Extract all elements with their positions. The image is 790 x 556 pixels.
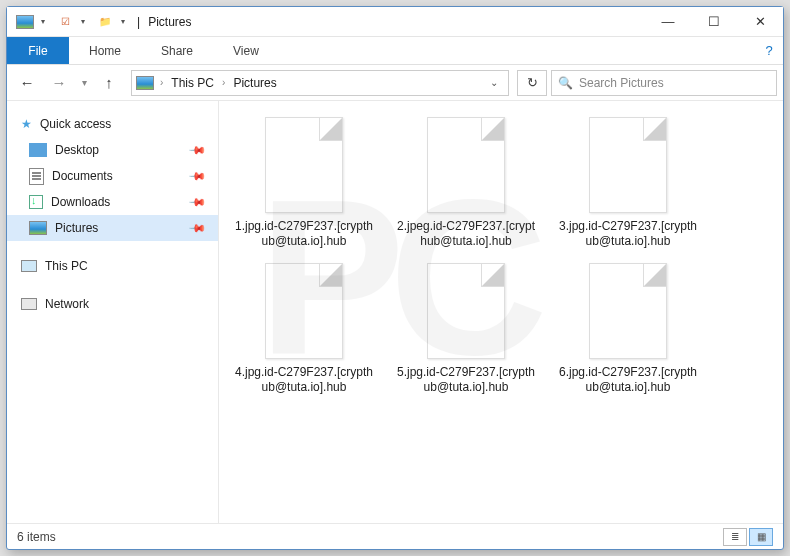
file-thumb — [427, 117, 505, 213]
sidebar-item-label: Downloads — [51, 195, 110, 209]
qat-check-icon[interactable]: ☑ — [55, 12, 75, 32]
sidebar-item-documents[interactable]: Documents 📌 — [7, 163, 218, 189]
sidebar-item-downloads[interactable]: Downloads 📌 — [7, 189, 218, 215]
file-grid: 1.jpg.id-C279F237.[crypthub@tuta.io].hub… — [219, 101, 783, 523]
network-icon — [21, 298, 37, 310]
address-drop[interactable]: ⌄ — [484, 77, 504, 88]
documents-icon — [29, 168, 44, 185]
tab-share[interactable]: Share — [141, 37, 213, 64]
tab-home[interactable]: Home — [69, 37, 141, 64]
sidebar-item-label: Documents — [52, 169, 113, 183]
file-thumb — [265, 263, 343, 359]
close-button[interactable]: ✕ — [737, 7, 783, 37]
app-menu-drop[interactable]: ▾ — [41, 17, 49, 26]
ribbon-help-icon[interactable]: ? — [755, 37, 783, 64]
status-item-count: 6 items — [17, 530, 56, 544]
status-bar: 6 items ≣ ▦ — [7, 523, 783, 549]
pin-icon: 📌 — [187, 166, 206, 185]
title-bar: ▾ ☑ ▾ 📁 ▾ | Pictures — ☐ ✕ — [7, 7, 783, 37]
file-item[interactable]: 1.jpg.id-C279F237.[crypthub@tuta.io].hub — [233, 117, 375, 249]
pin-icon: 📌 — [187, 192, 206, 211]
file-item[interactable]: 5.jpg.id-C279F237.[crypthub@tuta.io].hub — [395, 263, 537, 395]
sidebar-item-label: Network — [45, 297, 89, 311]
file-item[interactable]: 3.jpg.id-C279F237.[crypthub@tuta.io].hub — [557, 117, 699, 249]
forward-button[interactable]: → — [45, 69, 73, 97]
file-name: 4.jpg.id-C279F237.[crypthub@tuta.io].hub — [233, 365, 375, 395]
breadcrumb-root[interactable]: This PC — [169, 76, 216, 90]
chevron-right-icon[interactable]: › — [158, 77, 165, 88]
sidebar-item-label: Desktop — [55, 143, 99, 157]
file-name: 3.jpg.id-C279F237.[crypthub@tuta.io].hub — [557, 219, 699, 249]
separator: | — [137, 15, 140, 29]
qat-check-drop[interactable]: ▾ — [81, 17, 89, 26]
minimize-button[interactable]: — — [645, 7, 691, 37]
desktop-icon — [29, 143, 47, 157]
search-placeholder: Search Pictures — [579, 76, 664, 90]
nav-bar: ← → ▾ ↑ › This PC › Pictures ⌄ ↻ 🔍 Searc… — [7, 65, 783, 101]
pictures-icon — [29, 221, 47, 235]
up-button[interactable]: ↑ — [95, 69, 123, 97]
sidebar-item-label: Pictures — [55, 221, 98, 235]
qat-drop[interactable]: ▾ — [121, 17, 129, 26]
icons-view-button[interactable]: ▦ — [749, 528, 773, 546]
folder-icon: 📁 — [95, 12, 115, 32]
sidebar-this-pc[interactable]: This PC — [7, 253, 218, 279]
search-input[interactable]: 🔍 Search Pictures — [551, 70, 777, 96]
file-thumb — [265, 117, 343, 213]
ribbon: File Home Share View ? — [7, 37, 783, 65]
sidebar: ★ Quick access Desktop 📌 Documents 📌 Dow… — [7, 101, 219, 523]
sidebar-item-pictures[interactable]: Pictures 📌 — [7, 215, 218, 241]
file-item[interactable]: 6.jpg.id-C279F237.[crypthub@tuta.io].hub — [557, 263, 699, 395]
sidebar-item-desktop[interactable]: Desktop 📌 — [7, 137, 218, 163]
sidebar-item-label: Quick access — [40, 117, 111, 131]
pc-icon — [21, 260, 37, 272]
breadcrumb-current[interactable]: Pictures — [231, 76, 278, 90]
sidebar-quick-access[interactable]: ★ Quick access — [7, 111, 218, 137]
tab-view[interactable]: View — [213, 37, 279, 64]
back-button[interactable]: ← — [13, 69, 41, 97]
file-tab[interactable]: File — [7, 37, 69, 64]
chevron-right-icon: › — [220, 77, 227, 88]
details-view-button[interactable]: ≣ — [723, 528, 747, 546]
file-name: 5.jpg.id-C279F237.[crypthub@tuta.io].hub — [395, 365, 537, 395]
file-item[interactable]: 2.jpeg.id-C279F237.[crypthub@tuta.io].hu… — [395, 117, 537, 249]
file-thumb — [589, 117, 667, 213]
history-drop[interactable]: ▾ — [77, 69, 91, 97]
sidebar-item-label: This PC — [45, 259, 88, 273]
pin-icon: 📌 — [187, 140, 206, 159]
maximize-button[interactable]: ☐ — [691, 7, 737, 37]
file-name: 1.jpg.id-C279F237.[crypthub@tuta.io].hub — [233, 219, 375, 249]
file-thumb — [427, 263, 505, 359]
downloads-icon — [29, 195, 43, 209]
star-icon: ★ — [21, 117, 32, 131]
pin-icon: 📌 — [187, 218, 206, 237]
refresh-button[interactable]: ↻ — [517, 70, 547, 96]
search-icon: 🔍 — [558, 76, 573, 90]
sidebar-network[interactable]: Network — [7, 291, 218, 317]
file-item[interactable]: 4.jpg.id-C279F237.[crypthub@tuta.io].hub — [233, 263, 375, 395]
window-title: Pictures — [148, 15, 191, 29]
address-bar[interactable]: › This PC › Pictures ⌄ — [131, 70, 509, 96]
app-icon — [15, 12, 35, 32]
location-icon — [136, 76, 154, 90]
file-name: 6.jpg.id-C279F237.[crypthub@tuta.io].hub — [557, 365, 699, 395]
file-thumb — [589, 263, 667, 359]
file-name: 2.jpeg.id-C279F237.[crypthub@tuta.io].hu… — [395, 219, 537, 249]
